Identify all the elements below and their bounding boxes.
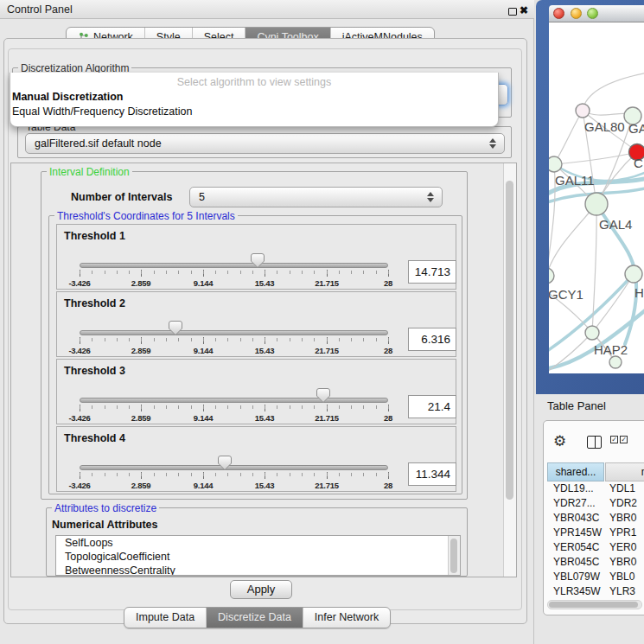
- node-gcy1[interactable]: [549, 268, 554, 284]
- numerical-attributes-list[interactable]: SelfLoops TopologicalCoefficient Between…: [55, 535, 461, 576]
- table-row-cell[interactable]: YLR345W: [553, 585, 605, 600]
- node-gal80[interactable]: [576, 104, 590, 118]
- threshold-1-handle[interactable]: [251, 253, 265, 269]
- thresholds-group: Threshold's Coordinates for 5 Intervals …: [48, 215, 462, 494]
- zoom-traffic-light[interactable]: [587, 8, 598, 19]
- algorithm-dropdown-popup: Select algorithm to view settings Manual…: [10, 73, 499, 127]
- table-row-cell[interactable]: YPR145W: [553, 526, 605, 541]
- list-item[interactable]: SelfLoops: [56, 536, 460, 550]
- combo-arrows-icon: [489, 138, 496, 149]
- num-intervals-value: 5: [190, 188, 442, 207]
- node-label: C: [634, 156, 643, 170]
- gear-icon[interactable]: ⚙: [553, 432, 566, 450]
- table-row-cell[interactable]: YDL1: [609, 482, 644, 497]
- node-label: H: [634, 285, 644, 300]
- bottom-tabstrip: Impute Data Discretize Data Infer Networ…: [124, 607, 391, 628]
- apply-button[interactable]: Apply: [230, 580, 292, 599]
- list-scrollbar[interactable]: [448, 536, 460, 575]
- settings-scrollarea: Interval Definition Number of Intervals …: [10, 163, 517, 577]
- threshold-2-slider[interactable]: [80, 330, 388, 335]
- threshold-4-value[interactable]: 11.344: [408, 462, 456, 486]
- minimize-traffic-light[interactable]: [571, 8, 582, 19]
- threshold-4-panel: Threshold 4 -3.426 2.859 9.144 15.43 21.…: [56, 426, 456, 492]
- float-window-icon[interactable]: [508, 8, 517, 16]
- numerical-attributes-label: Numerical Attributes: [52, 519, 157, 531]
- table-hscrollbar[interactable]: [547, 600, 642, 609]
- table-row-cell[interactable]: YBR0: [609, 512, 644, 526]
- node-label: GCY1: [549, 287, 583, 302]
- node-hap2[interactable]: [585, 326, 599, 340]
- control-panel-titlebar: Control Panel ✖: [0, 0, 534, 19]
- attributes-group-label: Attributes to discretize: [52, 502, 159, 514]
- control-panel: Control Panel ✖ Network Style Select Cyn…: [0, 0, 534, 644]
- interval-definition-group: Interval Definition Number of Intervals …: [41, 171, 468, 500]
- close-traffic-light[interactable]: [553, 8, 564, 19]
- table-row-cell[interactable]: YLR3: [609, 585, 644, 600]
- panel-title: Control Panel: [7, 3, 73, 16]
- threshold-3-handle[interactable]: [316, 388, 330, 404]
- num-intervals-combobox[interactable]: 5: [189, 187, 443, 207]
- attributes-group: Attributes to discretize Numerical Attri…: [46, 507, 468, 577]
- tab-impute-data[interactable]: Impute Data: [124, 608, 206, 628]
- node-label: GAL80: [584, 119, 625, 134]
- threshold-3-slider[interactable]: [80, 398, 388, 403]
- node-bottom[interactable]: [609, 356, 622, 368]
- table-row-cell[interactable]: YBR043C: [553, 512, 605, 526]
- table-row-cell[interactable]: YBR0: [609, 556, 644, 571]
- threshold-1-slider[interactable]: [80, 263, 388, 268]
- threshold-1-value[interactable]: 14.713: [408, 260, 456, 284]
- main-scrollbar-thumb[interactable]: [506, 181, 513, 500]
- threshold-2-value[interactable]: 6.316: [408, 328, 456, 351]
- tab-discretize-data[interactable]: Discretize Data: [206, 608, 303, 628]
- node-label: GAL4: [599, 217, 632, 232]
- node-label: GAL11: [555, 173, 595, 188]
- list-item[interactable]: TopologicalCoefficient: [56, 550, 460, 564]
- table-data-value: galFiltered.sif default node: [26, 134, 504, 153]
- network-window-titlebar[interactable]: [549, 5, 644, 22]
- close-icon[interactable]: ✖: [520, 4, 528, 16]
- table-panel-title: Table Panel: [547, 399, 606, 412]
- checkbox-icon[interactable]: ✓: [610, 436, 618, 443]
- checkbox-icon[interactable]: ✓: [620, 436, 628, 443]
- node-h[interactable]: [625, 265, 642, 283]
- table-row-cell[interactable]: YER0: [609, 541, 644, 556]
- threshold-4-slider[interactable]: [80, 465, 388, 470]
- table-row-cell[interactable]: YDL19...: [553, 482, 605, 497]
- threshold-3-panel: Threshold 3 -3.426 2.859 9.144 15.43 21.…: [56, 359, 456, 424]
- table-row-cell[interactable]: YBR045C: [553, 556, 605, 571]
- thresholds-group-label: Threshold's Coordinates for 5 Intervals: [54, 210, 238, 222]
- node-gal4[interactable]: [585, 193, 608, 215]
- tab-infer-network[interactable]: Infer Network: [303, 608, 390, 628]
- combo-arrows-icon: [427, 192, 434, 202]
- table-row-cell[interactable]: YDR2: [609, 497, 644, 512]
- threshold-2-handle[interactable]: [169, 321, 182, 336]
- table-data-group: Table Data galFiltered.sif default node: [17, 126, 512, 158]
- table-row-cell[interactable]: YBL0: [609, 571, 644, 585]
- table-data-combobox[interactable]: galFiltered.sif default node: [25, 133, 505, 154]
- table-row-cell[interactable]: YBL079W: [553, 571, 605, 585]
- threshold-2-panel: Threshold 2 -3.426 2.859 9.144 15.43 21.…: [56, 291, 456, 357]
- dropdown-option-equal-width[interactable]: Equal Width/Frequency Discretization: [10, 105, 498, 118]
- num-intervals-label: Number of Intervals: [71, 191, 172, 203]
- node-label: HAP2: [594, 342, 628, 357]
- dropdown-placeholder: Select algorithm to view settings: [10, 76, 498, 88]
- threshold-3-value[interactable]: 21.4: [408, 395, 456, 418]
- table-row-cell[interactable]: YPR1: [609, 526, 644, 541]
- column-header-shared-name[interactable]: shared...: [547, 462, 604, 481]
- interval-definition-label: Interval Definition: [47, 166, 132, 178]
- column-layout-icon[interactable]: [587, 436, 602, 449]
- node-label: GA: [628, 121, 644, 136]
- table-row-cell[interactable]: YDR27...: [553, 497, 605, 512]
- table-hscrollbar-thumb[interactable]: [549, 602, 638, 608]
- table-row-cell[interactable]: YER054C: [553, 541, 605, 556]
- node-gal11[interactable]: [549, 156, 562, 172]
- dropdown-option-manual[interactable]: Manual Discretization: [10, 91, 498, 103]
- threshold-1-panel: Threshold 1 -3.426 2.859 9.144 15.43 21.…: [56, 224, 456, 290]
- list-item[interactable]: BetweennessCentrality: [56, 564, 460, 576]
- main-scrollbar[interactable]: [503, 163, 516, 577]
- network-canvas[interactable]: GAL80 GA C GAL11 GAL4 GCY1 H HAP2: [549, 22, 644, 373]
- threshold-4-handle[interactable]: [218, 456, 232, 471]
- column-header-name[interactable]: n: [605, 462, 644, 481]
